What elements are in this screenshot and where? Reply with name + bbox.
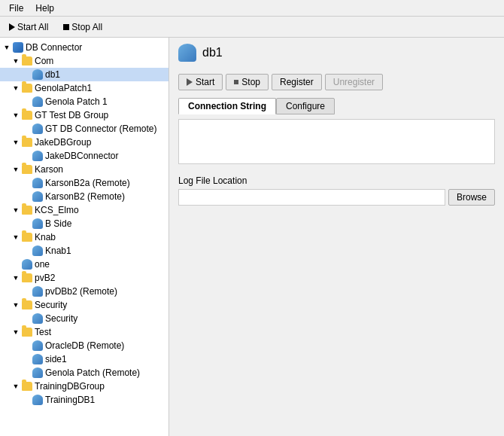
unregister-button-label: Unregister — [333, 77, 375, 87]
expander-knab[interactable]: ▼ — [11, 232, 21, 242]
stop-button-icon — [234, 80, 238, 84]
tree-label-oracledb: OracleDB (Remote) — [45, 340, 124, 351]
expander-genolapatch1[interactable]: ▼ — [11, 83, 21, 93]
expander-kcs-elmo[interactable]: ▼ — [11, 205, 21, 215]
trainingdb1-icon — [32, 394, 44, 406]
start-button[interactable]: Start — [178, 74, 223, 90]
right-panel: db1 Start Stop Register Unregister Conne… — [169, 38, 504, 436]
tree-item-security-item[interactable]: Security — [0, 312, 169, 325]
tree-item-genola-patch-1[interactable]: Genola Patch 1 — [0, 95, 169, 108]
expander-trainingdbgroup[interactable]: ▼ — [11, 381, 21, 392]
tree-label-db1: db1 — [45, 69, 60, 80]
stop-icon — [63, 24, 69, 30]
tree-item-security[interactable]: ▼ Security — [0, 298, 169, 312]
tree-label-knab: Knab — [35, 232, 56, 242]
folder-jake-icon — [21, 136, 33, 148]
knab1-icon — [32, 245, 44, 257]
tab-buttons: Connection String Configure — [178, 98, 495, 114]
db1-icon — [32, 69, 44, 81]
unregister-button[interactable]: Unregister — [325, 74, 383, 90]
tree-label-karson: Karson — [35, 164, 63, 175]
stop-all-label: Stop All — [71, 22, 102, 32]
tree-item-trainingdbgroup[interactable]: ▼ TrainingDBGroup — [0, 380, 169, 393]
stop-all-button[interactable]: Stop All — [59, 20, 107, 34]
tree-label-jakedbgroup: JakeDBGroup — [35, 137, 91, 148]
menu-file[interactable]: File — [3, 2, 29, 15]
tree-label-db-connector: DB Connector — [26, 42, 82, 53]
menu-help[interactable]: Help — [29, 2, 60, 15]
play-icon — [9, 23, 15, 31]
start-all-label: Start All — [17, 22, 48, 32]
tree-item-one[interactable]: one — [0, 258, 169, 271]
tab-connection-string[interactable]: Connection String — [178, 98, 276, 114]
one-icon — [21, 258, 33, 270]
tree-item-genolapatch1[interactable]: ▼ GenolaPatch1 — [0, 81, 169, 95]
genola-patch-remote-icon — [32, 367, 44, 379]
expander-security[interactable]: ▼ — [11, 300, 21, 310]
expander-db-connector[interactable]: ▼ — [2, 42, 12, 53]
expander-db1 — [21, 69, 32, 80]
tree-label-knab1: Knab1 — [45, 245, 71, 256]
folder-kcs-icon — [21, 204, 33, 216]
connection-string-field[interactable] — [178, 119, 495, 164]
folder-gt-icon — [21, 109, 33, 121]
tree-item-pvb2[interactable]: ▼ pvB2 — [0, 271, 169, 285]
tree-item-test[interactable]: ▼ Test — [0, 325, 169, 339]
tree-label-kcs-elmo: KCS_Elmo — [35, 205, 79, 215]
tree-item-karsonb2[interactable]: KarsonB2 (Remote) — [0, 190, 169, 203]
tree-label-b-side: B Side — [45, 218, 71, 229]
expander-jakedbgroup[interactable]: ▼ — [11, 137, 21, 148]
tree-item-karsonb2a[interactable]: KarsonB2a (Remote) — [0, 176, 169, 190]
tab-configure[interactable]: Configure — [276, 98, 335, 114]
expander-gt-test-db-group[interactable]: ▼ — [11, 110, 21, 120]
start-all-button[interactable]: Start All — [5, 20, 53, 34]
tree-label-pvdbb2: pvDBb2 (Remote) — [45, 286, 117, 297]
tree-item-db-connector[interactable]: ▼ DB Connector — [0, 41, 169, 54]
folder-pvb2-icon — [21, 272, 33, 284]
stop-button[interactable]: Stop — [226, 74, 269, 90]
tree-item-b-side[interactable]: B Side — [0, 217, 169, 230]
db-connector-icon — [12, 41, 24, 53]
tree-label-genola-patch-1: Genola Patch 1 — [45, 96, 108, 107]
security-item-icon — [32, 313, 44, 325]
tree-label-karsonb2: KarsonB2 (Remote) — [45, 191, 125, 202]
folder-trainingdbgroup-icon — [21, 380, 33, 392]
tree-item-kcs-elmo[interactable]: ▼ KCS_Elmo — [0, 203, 169, 217]
log-file-label: Log File Location — [178, 175, 495, 186]
browse-button[interactable]: Browse — [448, 189, 495, 206]
folder-karson-icon — [21, 163, 33, 175]
detail-title-text: db1 — [202, 46, 223, 59]
tree-label-gt-test-db-group: GT Test DB Group — [35, 110, 108, 120]
genola-patch-1-icon — [32, 96, 44, 108]
folder-knab-icon — [21, 231, 33, 243]
tree-item-knab1[interactable]: Knab1 — [0, 244, 169, 258]
tree-item-pvdbb2[interactable]: pvDBb2 (Remote) — [0, 285, 169, 298]
register-button[interactable]: Register — [272, 74, 322, 90]
stop-button-label: Stop — [241, 77, 260, 87]
log-file-input[interactable] — [178, 189, 445, 206]
tree-item-knab[interactable]: ▼ Knab — [0, 230, 169, 244]
tree-item-jakedbgroup[interactable]: ▼ JakeDBGroup — [0, 136, 169, 149]
tree-item-trainingdb1[interactable]: TrainingDB1 — [0, 393, 169, 407]
tree-item-genola-patch-remote[interactable]: Genola Patch (Remote) — [0, 366, 169, 380]
tree-label-security: Security — [35, 300, 67, 310]
tree-label-karsonb2a: KarsonB2a (Remote) — [45, 178, 130, 188]
tree-item-side1[interactable]: side1 — [0, 352, 169, 366]
tree-item-com[interactable]: ▼ Com — [0, 54, 169, 68]
expander-com[interactable]: ▼ — [11, 56, 21, 66]
tree-item-karson[interactable]: ▼ Karson — [0, 163, 169, 176]
expander-test[interactable]: ▼ — [11, 327, 21, 337]
action-buttons: Start Stop Register Unregister — [178, 74, 495, 90]
menu-bar: File Help — [0, 0, 504, 17]
log-section: Log File Location Browse — [178, 175, 495, 206]
tree-item-gt-db-connector[interactable]: GT DB Connector (Remote) — [0, 122, 169, 136]
expander-pvb2[interactable]: ▼ — [11, 273, 21, 283]
tree-label-pvb2: pvB2 — [35, 273, 55, 283]
b-side-icon — [32, 218, 44, 230]
tree-item-jakedbconnector[interactable]: JakeDBConnector — [0, 149, 169, 163]
tree-item-gt-test-db-group[interactable]: ▼ GT Test DB Group — [0, 108, 169, 122]
expander-karson[interactable]: ▼ — [11, 164, 21, 175]
tree-item-db1[interactable]: db1 — [0, 68, 169, 81]
tree-item-oracledb[interactable]: OracleDB (Remote) — [0, 339, 169, 352]
tree-label-trainingdbgroup: TrainingDBGroup — [35, 381, 105, 392]
